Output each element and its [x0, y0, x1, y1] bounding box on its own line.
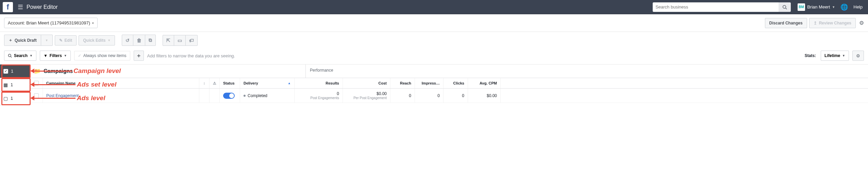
- select-all-checkbox[interactable]: [34, 81, 39, 86]
- globe-icon[interactable]: 🌐: [840, 3, 848, 11]
- clicks-value: 0: [462, 93, 464, 98]
- revert-button[interactable]: ↺: [122, 35, 133, 46]
- campaign-name-link[interactable]: Post Engagement: [46, 93, 79, 98]
- edit-button[interactable]: ✎ Edit: [55, 35, 77, 45]
- filter-placeholder: Add filters to narrow the data you are s…: [147, 53, 235, 58]
- hamburger-icon[interactable]: ☰: [18, 3, 23, 11]
- results-value: 0: [337, 91, 339, 96]
- customize-columns-button[interactable]: ⚙: [852, 51, 864, 61]
- search-button[interactable]: [779, 2, 791, 12]
- sliders-icon: ⚙: [856, 53, 860, 58]
- import-icon: ▭: [178, 38, 182, 43]
- tab-count: 1: [11, 69, 13, 74]
- results-label: Post Engagements: [311, 96, 339, 100]
- col-warning[interactable]: ⚠: [210, 78, 220, 88]
- tag-icon: 🏷: [189, 38, 194, 43]
- tab-ads[interactable]: ▢ 1: [0, 92, 30, 105]
- ad-icon: ▢: [3, 96, 8, 101]
- tab-adsets[interactable]: ▦ 1: [0, 78, 30, 92]
- user-avatar: BM: [798, 3, 805, 11]
- svg-point-2: [9, 54, 11, 57]
- caret-down-icon: ▼: [842, 54, 845, 57]
- filters-button[interactable]: ▼ Filters ▼: [40, 51, 71, 61]
- performance-header: Performance: [305, 64, 868, 78]
- user-name: Brian Meert: [807, 4, 830, 10]
- column-headers: Campaign Name ↕ ⚠ Status Delivery ▲ Resu…: [30, 78, 868, 89]
- quick-draft-dropdown[interactable]: ▼: [41, 35, 53, 46]
- status-dot-icon: [244, 95, 246, 97]
- user-menu[interactable]: BM Brian Meert ▼: [798, 3, 835, 11]
- filter-bar: Search ▼ ▼ Filters ▼ ✓ Always show new i…: [0, 49, 868, 64]
- always-show-new-toggle[interactable]: ✓ Always show new items: [74, 51, 130, 60]
- tab-count: 1: [11, 96, 13, 101]
- col-cost[interactable]: Cost: [343, 78, 390, 88]
- caret-down-icon: ▼: [107, 39, 111, 42]
- caret-down-icon: ▼: [45, 39, 48, 42]
- stats-range-button[interactable]: Lifetime ▼: [821, 51, 849, 61]
- checkbox-icon: [3, 69, 8, 74]
- status-toggle[interactable]: [223, 93, 235, 99]
- plus-icon: ＋: [136, 52, 141, 59]
- table-row[interactable]: Post Engagement Completed 0 Post Engagem…: [30, 89, 868, 103]
- funnel-icon: ▼: [44, 53, 48, 58]
- col-results[interactable]: Results: [295, 78, 343, 88]
- caret-down-icon: ▼: [30, 54, 33, 57]
- data-grid: 📁 Campaigns Performance Campaign Name ↕ …: [30, 64, 868, 105]
- caret-down-icon: ▼: [64, 54, 67, 57]
- export-button[interactable]: ⇱: [163, 35, 174, 46]
- gear-icon[interactable]: ⚙: [859, 20, 864, 26]
- account-label-prefix: Account:: [8, 20, 25, 25]
- help-link[interactable]: Help: [853, 4, 863, 10]
- upload-icon: ↥: [814, 21, 817, 25]
- toolbar: ＋ Quick Draft ▼ ✎ Edit Quick Edits ▼ ↺ 🗑…: [0, 32, 868, 49]
- col-reach[interactable]: Reach: [390, 78, 415, 88]
- add-filter-button[interactable]: ＋: [134, 51, 144, 61]
- col-status[interactable]: Status: [220, 78, 240, 88]
- tab-count: 1: [11, 82, 13, 87]
- col-clicks[interactable]: Clicks: [444, 78, 468, 88]
- caret-down-icon: ▼: [832, 5, 835, 9]
- export-icon: ⇱: [166, 38, 170, 43]
- col-cpm[interactable]: Avg. CPM: [468, 78, 501, 88]
- level-tabs: 1 ▦ 1 ▢ 1: [0, 64, 30, 105]
- svg-point-0: [783, 5, 786, 8]
- discard-changes-button[interactable]: Discard Changes: [765, 18, 807, 28]
- import-button[interactable]: ▭: [174, 35, 186, 46]
- duplicate-icon: ⧉: [149, 37, 152, 43]
- reach-value: 0: [409, 93, 411, 98]
- account-name: Brian Meert (117949531981097): [26, 20, 90, 25]
- check-icon: ✓: [78, 53, 81, 58]
- stats-label: Stats:: [805, 53, 816, 58]
- facebook-logo[interactable]: f: [3, 2, 13, 12]
- row-checkbox[interactable]: [34, 93, 39, 98]
- search-wrap: [653, 2, 791, 12]
- delivery-status: Completed: [248, 93, 267, 98]
- col-delivery[interactable]: Delivery ▲: [240, 78, 295, 88]
- caret-down-icon: ▾: [92, 21, 94, 25]
- cost-label: Per Post Engagement: [353, 96, 387, 100]
- col-sort[interactable]: ↕: [199, 78, 210, 88]
- pencil-icon: ✎: [59, 38, 63, 43]
- svg-line-1: [786, 8, 787, 9]
- svg-line-3: [11, 56, 12, 57]
- quick-edits-button[interactable]: Quick Edits ▼: [79, 35, 115, 45]
- tag-button[interactable]: 🏷: [185, 35, 198, 46]
- adset-icon: ▦: [3, 82, 8, 88]
- review-changes-button[interactable]: ↥ Review Changes: [809, 18, 856, 28]
- search-input[interactable]: [653, 2, 779, 12]
- plus-icon: ＋: [9, 37, 13, 43]
- cost-value: $0.00: [377, 91, 387, 96]
- search-filter-button[interactable]: Search ▼: [4, 51, 36, 61]
- cpm-value: $0.00: [487, 93, 497, 98]
- quick-draft-button[interactable]: ＋ Quick Draft: [4, 35, 41, 46]
- col-impressions[interactable]: Impress…: [415, 78, 444, 88]
- sort-asc-icon: ▲: [288, 81, 291, 85]
- col-name[interactable]: Campaign Name: [43, 78, 199, 88]
- duplicate-button[interactable]: ⧉: [145, 35, 156, 46]
- section-title: Campaigns: [44, 68, 73, 74]
- account-selector[interactable]: Account: Brian Meert (117949531981097) ▾: [4, 18, 98, 28]
- tab-campaigns[interactable]: 1: [0, 64, 30, 78]
- top-nav: f ☰ Power Editor BM Brian Meert ▼ 🌐 Help: [0, 0, 868, 14]
- impressions-value: 0: [437, 93, 440, 98]
- delete-button[interactable]: 🗑: [133, 35, 145, 46]
